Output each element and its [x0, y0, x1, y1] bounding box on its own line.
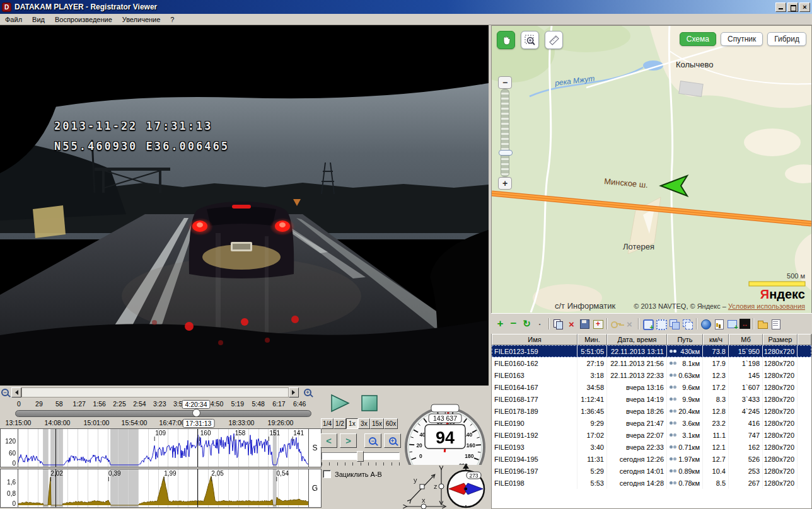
chartexport-icon[interactable]: [713, 318, 725, 329]
medkit-icon[interactable]: [592, 318, 604, 329]
next-frame-button[interactable]: >: [340, 433, 357, 448]
menu-playback[interactable]: Воспроизведение: [50, 15, 117, 24]
svg-text:0: 0: [419, 453, 422, 459]
regionadd-icon[interactable]: [642, 318, 654, 329]
route-icon: [670, 348, 677, 354]
navoff-icon[interactable]: ×: [624, 318, 635, 329]
route-icon: [670, 396, 677, 402]
map-mode-satellite[interactable]: Спутник: [721, 32, 763, 46]
table-row[interactable]: FILE0196-1975:29сегодня 14:010.89км10.42…: [492, 465, 811, 477]
stop-button[interactable]: [361, 394, 378, 412]
zoom-slider[interactable]: [322, 452, 400, 460]
timeline-tick-label: 58: [55, 400, 63, 408]
map-mode-scheme[interactable]: Схема: [680, 32, 716, 46]
refresh-icon[interactable]: ↻: [521, 318, 533, 329]
table-row[interactable]: FILE01933:40вчера 22:330.71км12.11621280…: [492, 441, 811, 453]
menu-file[interactable]: Файл: [0, 15, 27, 24]
video-zoom-in-button[interactable]: +: [384, 433, 401, 448]
speed-graph[interactable]: [0, 428, 322, 467]
copy-icon[interactable]: [552, 318, 564, 329]
gsensor-graph[interactable]: [0, 469, 322, 508]
speed-1-2-button[interactable]: 1/2: [334, 418, 346, 429]
key-icon[interactable]: [610, 318, 622, 329]
zoom-select-tool-button[interactable]: [521, 31, 539, 49]
scroll-track[interactable]: [21, 387, 289, 397]
fullscreen-icon[interactable]: ↔: [740, 319, 750, 329]
scroll-right-button[interactable]: [289, 387, 299, 397]
column-header-6[interactable]: Размер: [763, 334, 798, 345]
zoom-slider-thumb[interactable]: [357, 451, 364, 462]
car-ahead: [188, 202, 295, 278]
timeline-slider-track[interactable]: [15, 410, 311, 417]
dot-icon: ·: [534, 318, 546, 329]
report-icon[interactable]: [770, 318, 782, 329]
loop-ab-checkbox[interactable]: [323, 470, 331, 478]
table-row[interactable]: FILE0160-16227:1922.11.2013 21:568.1км17…: [492, 357, 811, 369]
imageadd-icon[interactable]: [726, 318, 738, 329]
column-header-5[interactable]: Мб: [729, 334, 763, 345]
pan-tool-button[interactable]: [497, 31, 515, 49]
globe-icon[interactable]: [700, 318, 712, 329]
minimize-button[interactable]: [775, 3, 786, 12]
timeline-slider[interactable]: [0, 409, 322, 418]
playback-controls: 1/41/21x3x15x60x < > − + Зациклить: [319, 386, 402, 509]
layerscopy-icon[interactable]: [668, 318, 680, 329]
column-header-2[interactable]: Дата, время: [607, 334, 667, 345]
timeline-zoom-in-icon[interactable]: +: [304, 389, 311, 396]
map-zoom-track[interactable]: [501, 89, 509, 177]
map-canvas[interactable]: река Мжут Колычево Минское ш. Лотерея с/…: [491, 25, 812, 313]
layerspaste-icon[interactable]: [682, 318, 693, 329]
speed-1x-button[interactable]: 1x: [346, 418, 358, 429]
table-row[interactable]: FILE0191-19217:02вчера 22:073.1км11.1747…: [492, 429, 811, 441]
folder-icon[interactable]: [757, 318, 768, 329]
speed-15x-button[interactable]: 15x: [370, 418, 384, 429]
loop-ab-label: Зациклить A-B: [335, 471, 382, 478]
restore-button[interactable]: [787, 3, 798, 12]
table-row[interactable]: FILE0194-19511:31сегодня 12:261.97км12.7…: [492, 453, 811, 465]
cell-name: FILE0164-167: [492, 381, 577, 393]
column-header-3[interactable]: Путь: [667, 334, 703, 345]
close-button[interactable]: ×: [799, 3, 810, 12]
cell-mb: 526: [729, 453, 763, 465]
speed-60x-button[interactable]: 60x: [384, 418, 398, 429]
terms-link[interactable]: Условия использования: [728, 302, 805, 310]
menu-view[interactable]: Вид: [27, 15, 50, 24]
map-zoom-in-button[interactable]: +: [498, 177, 512, 190]
table-row[interactable]: FILE01909:29вчера 21:473.6км23.24161280x…: [492, 417, 811, 429]
prev-frame-button[interactable]: <: [320, 433, 337, 448]
cell-datetime: сегодня 14:28: [607, 477, 667, 489]
table-row[interactable]: FILE0168-1771:12:41вчера 14:199.9км8.33`…: [492, 393, 811, 405]
cell-duration: 5:53: [577, 477, 607, 489]
delete-icon[interactable]: ×: [566, 318, 577, 329]
remove-icon[interactable]: −: [508, 318, 519, 329]
cell-speed: 12.8: [703, 405, 729, 417]
column-header-0[interactable]: Имя: [492, 334, 577, 345]
column-header-4[interactable]: км/ч: [703, 334, 729, 345]
speed-1-4-button[interactable]: 1/4: [321, 418, 334, 429]
dashcam-frame: [0, 25, 489, 386]
save-icon[interactable]: [579, 318, 591, 329]
regionselect-icon[interactable]: [655, 318, 667, 329]
map-mode-hybrid[interactable]: Гибрид: [767, 32, 806, 46]
current-time-box: 17:31:13: [183, 419, 215, 428]
add-icon[interactable]: +: [494, 318, 506, 329]
table-row[interactable]: FILE01985:53сегодня 14:280.78км8.5267128…: [492, 477, 811, 489]
timeline-slider-thumb[interactable]: [192, 409, 200, 417]
table-row[interactable]: FILE0164-16734:58вчера 13:169.6км17.21`6…: [492, 381, 811, 393]
menu-help[interactable]: ?: [165, 15, 179, 24]
timeline-zoom-out-icon[interactable]: −: [1, 389, 9, 396]
table-row[interactable]: FILE01633:1822.11.2013 22:330.63км12.314…: [492, 369, 811, 381]
ruler-tool-button[interactable]: [545, 31, 563, 49]
table-row[interactable]: FILE0123-1595:51:0522.11.2013 13:11430км…: [492, 345, 811, 357]
map-zoom-thumb[interactable]: [499, 150, 513, 156]
scroll-left-button[interactable]: [11, 387, 21, 397]
speed-3x-button[interactable]: 3x: [358, 418, 370, 429]
video-zoom-out-button[interactable]: −: [364, 433, 381, 448]
cell-path: 9.6км: [667, 381, 703, 393]
play-button[interactable]: [329, 393, 351, 413]
yandex-logo[interactable]: Яндекс: [760, 287, 805, 301]
table-row[interactable]: FILE0178-1891:36:45вчера 18:2620.4км12.8…: [492, 405, 811, 417]
menu-zoom[interactable]: Увеличение: [117, 15, 166, 24]
column-header-1[interactable]: Мин.: [577, 334, 607, 345]
map-zoom-out-button[interactable]: −: [498, 76, 512, 89]
